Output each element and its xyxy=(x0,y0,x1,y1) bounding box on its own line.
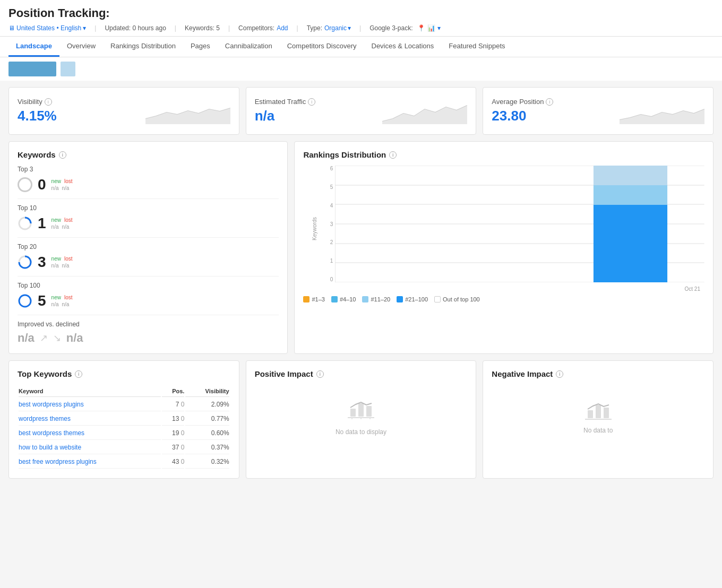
keywords-card: Keywords i Top 3 0 newlost n/an/a To xyxy=(8,141,288,354)
svg-rect-15 xyxy=(594,185,667,205)
y-axis-label: Keywords xyxy=(312,217,318,240)
type-dropdown[interactable]: Organic ▾ xyxy=(324,24,351,32)
bar-chart-icon: 📊 xyxy=(427,24,435,32)
svg-rect-17 xyxy=(350,409,356,417)
legend-out-top100: Out of top 100 xyxy=(434,296,480,302)
top20-badges: newlost n/an/a xyxy=(51,256,73,269)
visibility-card: Visibility i 4.15% xyxy=(8,87,239,135)
negative-impact-title: Negative Impact i xyxy=(492,369,704,378)
positive-impact-no-data: No data to display xyxy=(255,385,468,448)
keywords-info-icon[interactable]: i xyxy=(59,151,66,159)
arrow-up-icon: ↗ xyxy=(40,332,48,344)
tab-devices-locations[interactable]: Devices & Locations xyxy=(364,37,442,57)
table-row: best wordpress themes 19 0 0.60% xyxy=(19,427,229,440)
pos-4: 37 0 xyxy=(162,441,185,454)
top3-badges: newlost n/an/a xyxy=(51,178,73,191)
positive-impact-info-icon[interactable]: i xyxy=(316,370,324,378)
keyword-section-top20: Top 20 3 newlost n/an/a xyxy=(18,243,279,276)
visibility-info-icon[interactable]: i xyxy=(45,98,52,106)
table-row: how to build a website 37 0 0.37% xyxy=(19,441,229,454)
location-label: United States • English xyxy=(16,24,81,32)
top20-row: 3 newlost n/an/a xyxy=(18,254,279,276)
tab-cannibalization[interactable]: Cannibalization xyxy=(218,37,280,57)
top100-badges: newlost n/an/a xyxy=(51,295,73,307)
top10-row: 1 newlost n/an/a xyxy=(18,215,279,238)
top3-row: 0 newlost n/an/a xyxy=(18,176,279,199)
svg-point-5 xyxy=(19,295,31,307)
legend-box-out xyxy=(434,296,441,302)
avg-position-info-icon[interactable]: i xyxy=(546,98,553,106)
legend-box-4-10 xyxy=(331,296,338,302)
table-row: best wordpress plugins 7 0 2.09% xyxy=(19,398,229,411)
legend-11-20: #11–20 xyxy=(362,296,390,302)
legend-box-21-100 xyxy=(397,296,403,302)
metrics-row: Visibility i 4.15% Estimated Traffic i n… xyxy=(8,87,714,135)
no-data-icon-svg xyxy=(348,398,374,419)
keywords-count: Keywords: 5 xyxy=(185,24,220,32)
table-row: best free wordpress plugins 43 0 0.32% xyxy=(19,455,229,469)
keywords-title: Keywords i xyxy=(18,150,279,159)
updated-label: Updated: 0 hours ago xyxy=(105,24,166,32)
legend-box-11-20 xyxy=(362,296,368,302)
svg-rect-25 xyxy=(588,410,593,418)
legend-1-3: #1–3 xyxy=(303,296,324,302)
positive-impact-title: Positive Impact i xyxy=(255,369,468,378)
traffic-info-icon[interactable]: i xyxy=(308,98,315,106)
pos-3: 19 0 xyxy=(162,427,185,440)
top10-badges: newlost n/an/a xyxy=(51,217,73,230)
declined-value: n/a xyxy=(66,331,83,345)
arrow-down-icon: ↘ xyxy=(53,332,61,344)
tab-pages[interactable]: Pages xyxy=(183,37,218,57)
tab-landscape[interactable]: Landscape xyxy=(8,37,59,57)
keyword-section-top100: Top 100 5 newlost n/an/a xyxy=(18,282,279,315)
table-row: wordpress themes 13 0 0.77% xyxy=(19,412,229,426)
blue-bar-area xyxy=(0,57,722,81)
col-visibility: Visibility xyxy=(185,386,229,397)
top100-row: 5 newlost n/an/a xyxy=(18,292,279,315)
bar-chart-area xyxy=(335,166,704,284)
header: Position Tracking: 🖥 United States • Eng… xyxy=(0,0,722,37)
y-axis-labels: 0 1 2 3 4 5 6 xyxy=(324,166,333,282)
legend-21-100: #21–100 xyxy=(397,296,428,302)
top20-label: Top 20 xyxy=(18,243,279,250)
improved-label: Improved vs. declined xyxy=(18,321,279,328)
pos-2: 13 0 xyxy=(162,412,185,426)
competitors-add-link[interactable]: Add xyxy=(277,24,288,32)
tab-competitors-discovery[interactable]: Competitors Discovery xyxy=(280,37,364,57)
avg-position-label: Average Position i xyxy=(492,98,553,106)
tab-rankings-distribution[interactable]: Rankings Distribution xyxy=(103,37,183,57)
svg-rect-28 xyxy=(585,419,612,420)
kw-link-1[interactable]: best wordpress plugins xyxy=(19,401,84,408)
type-selector: Type: Organic ▾ xyxy=(307,24,351,32)
negative-impact-card: Negative Impact i No data to xyxy=(483,360,714,479)
top-keywords-info-icon[interactable]: i xyxy=(75,370,82,378)
vis-3: 0.60% xyxy=(185,427,229,440)
legend-4-10: #4–10 xyxy=(331,296,356,302)
location-pin-icon: 📍 xyxy=(417,24,425,32)
kw-link-3[interactable]: best wordpress themes xyxy=(19,429,84,437)
negative-impact-info-icon[interactable]: i xyxy=(556,370,563,378)
vis-2: 0.77% xyxy=(185,412,229,426)
pos-1: 7 0 xyxy=(162,398,185,411)
chevron-icon: ▾ xyxy=(83,24,86,32)
svg-rect-21 xyxy=(348,417,374,418)
middle-row: Keywords i Top 3 0 newlost n/an/a To xyxy=(8,141,714,354)
improved-section: Improved vs. declined n/a ↗ ↘ n/a xyxy=(18,321,279,345)
competitors-label: Competitors: Add xyxy=(238,24,288,32)
location-button[interactable]: 🖥 United States • English ▾ xyxy=(8,24,86,32)
kw-link-5[interactable]: best free wordpress plugins xyxy=(19,458,97,465)
page-title: Position Tracking: xyxy=(8,6,714,20)
tab-featured-snippets[interactable]: Featured Snippets xyxy=(441,37,512,57)
top-keywords-title: Top Keywords i xyxy=(18,369,230,378)
svg-rect-27 xyxy=(604,408,609,418)
visibility-label: Visibility i xyxy=(18,98,57,106)
rankings-distribution-card: Rankings Distribution i Keywords 0 1 2 3… xyxy=(294,141,714,354)
rankings-info-icon[interactable]: i xyxy=(389,151,397,159)
kw-link-4[interactable]: how to build a website xyxy=(19,444,81,451)
kw-link-2[interactable]: wordpress themes xyxy=(19,415,71,422)
tab-overview[interactable]: Overview xyxy=(59,37,103,57)
avg-position-card: Average Position i 23.80 xyxy=(483,87,714,135)
top20-number: 3 xyxy=(38,254,46,271)
top10-number: 1 xyxy=(38,215,46,232)
tab-bar: Landscape Overview Rankings Distribution… xyxy=(0,37,722,57)
